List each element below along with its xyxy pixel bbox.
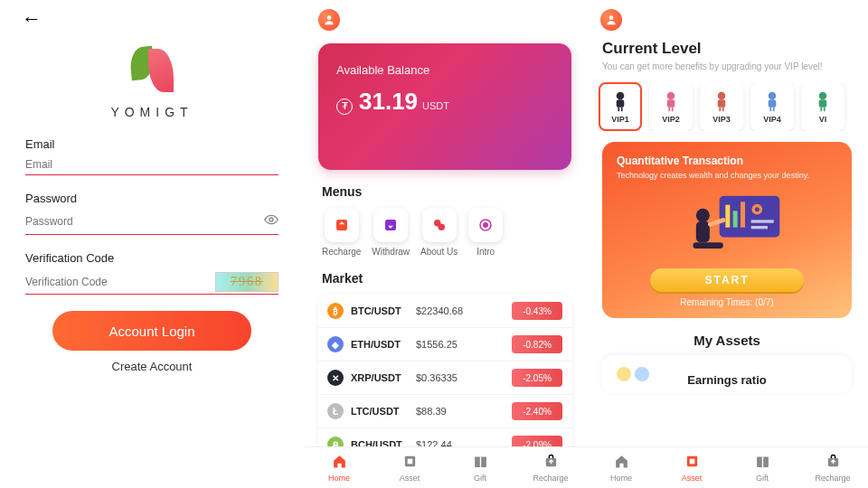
market-row-btc[interactable]: ₿BTC/USDT$22340.68-0.43%	[318, 295, 571, 328]
nav-label: Asset	[682, 474, 703, 483]
current-level-subtitle: You can get more benefits by upgrading y…	[602, 61, 852, 71]
menu-about-us[interactable]: About Us	[420, 208, 458, 257]
nav-label: Asset	[400, 474, 420, 483]
menu-label: Intro	[476, 247, 495, 257]
nav-home[interactable]: Home	[586, 447, 656, 488]
my-assets-heading: My Assets	[586, 333, 868, 348]
profile-avatar-icon[interactable]	[600, 9, 622, 31]
market-price: $1556.25	[416, 339, 512, 350]
nav-recharge[interactable]: Recharge	[797, 447, 868, 488]
svg-point-5	[438, 224, 445, 231]
svg-rect-48	[689, 458, 694, 464]
vip-card-4[interactable]: VIP4	[750, 82, 794, 131]
create-account-link[interactable]: Create Account	[25, 360, 278, 373]
vip-card-1[interactable]: VIP1	[599, 82, 642, 131]
home-icon	[332, 454, 347, 473]
market-row-xrp[interactable]: ✕XRP/USDT$0.36335-2.05%	[318, 361, 571, 395]
market-pair: ETH/USDT	[351, 339, 416, 350]
vip-label: VI	[819, 115, 827, 124]
password-input[interactable]	[25, 215, 264, 228]
nav-label: Recharge	[533, 474, 568, 483]
market-heading: Market	[322, 271, 568, 286]
coin-icon: Ł	[327, 403, 344, 419]
svg-point-40	[755, 207, 760, 211]
market-row-ltc[interactable]: ŁLTC/USDT$88.39-2.40%	[318, 395, 571, 428]
market-row-eth[interactable]: ◆ETH/USDT$1556.25-0.82%	[318, 328, 571, 361]
nav-asset[interactable]: Asset	[374, 447, 445, 488]
start-button[interactable]: START	[650, 268, 804, 292]
svg-rect-36	[725, 205, 730, 228]
balance-card: Available Balance ₮ 31.19 USDT	[318, 43, 571, 170]
eye-icon[interactable]	[264, 212, 278, 230]
profile-avatar-icon[interactable]	[318, 9, 340, 31]
vip-card-2[interactable]: VIP2	[649, 82, 693, 131]
back-arrow-icon[interactable]: ←	[22, 7, 304, 31]
code-input[interactable]	[25, 276, 215, 288]
svg-rect-32	[819, 99, 827, 108]
market-price: $88.39	[416, 406, 512, 417]
svg-rect-9	[407, 458, 412, 464]
gift-icon	[473, 454, 488, 473]
login-button[interactable]: Account Login	[52, 311, 251, 351]
svg-rect-38	[741, 202, 745, 227]
menu-withdraw[interactable]: Withdraw	[372, 208, 410, 257]
robot-icon	[610, 90, 630, 112]
nav-label: Gift	[474, 474, 486, 483]
vip-label: VIP2	[662, 115, 680, 124]
quant-transaction-card: Quantitative Transaction Technology crea…	[602, 142, 852, 318]
robot-icon	[813, 90, 833, 112]
screen-home: Available Balance ₮ 31.19 USDT Menus Rec…	[304, 0, 586, 488]
nav-gift[interactable]: Gift	[727, 447, 797, 488]
vip-card-3[interactable]: VIP3	[700, 82, 743, 131]
svg-point-7	[484, 223, 488, 228]
email-label: Email	[25, 137, 278, 151]
svg-rect-3	[385, 220, 396, 230]
menu-label: About Us	[420, 247, 458, 257]
nav-asset[interactable]: Asset	[656, 447, 727, 488]
market-change: -0.43%	[512, 302, 562, 320]
code-label: Verification Code	[25, 251, 278, 265]
svg-rect-42	[751, 226, 768, 229]
balance-label: Available Balance	[336, 63, 553, 77]
about-us-icon	[422, 208, 457, 242]
tether-icon: ₮	[336, 99, 353, 115]
recharge-icon	[325, 208, 359, 242]
nav-label: Gift	[756, 474, 769, 483]
brand-name: YOMIGT	[110, 105, 193, 119]
nav-home[interactable]: Home	[304, 447, 374, 488]
email-input[interactable]	[25, 158, 278, 171]
svg-rect-51	[761, 456, 762, 466]
nav-recharge[interactable]: Recharge	[515, 447, 586, 488]
intro-icon	[468, 208, 503, 242]
market-change: -0.82%	[512, 335, 562, 353]
menu-intro[interactable]: Intro	[468, 208, 503, 257]
balance-amount: 31.19	[359, 88, 418, 116]
captcha-image[interactable]: 7968	[215, 272, 278, 292]
earnings-ratio-card[interactable]: Earnings ratio	[602, 355, 852, 393]
quant-illustration-icon	[617, 187, 837, 265]
asset-icon	[684, 454, 700, 473]
nav-gift[interactable]: Gift	[445, 447, 515, 488]
balance-unit: USDT	[422, 100, 449, 111]
svg-point-0	[269, 218, 273, 221]
menu-recharge[interactable]: Recharge	[322, 208, 361, 257]
svg-rect-37	[733, 211, 738, 227]
nav-label: Home	[610, 474, 632, 483]
recharge-icon	[826, 454, 841, 473]
svg-point-43	[696, 209, 710, 222]
menu-label: Withdraw	[372, 247, 410, 257]
svg-rect-18	[621, 107, 623, 110]
svg-rect-33	[820, 107, 822, 110]
svg-rect-12	[479, 456, 480, 466]
svg-point-15	[617, 91, 625, 99]
svg-rect-28	[769, 99, 777, 108]
svg-rect-26	[722, 107, 724, 110]
market-pair: BTC/USDT	[351, 305, 416, 316]
svg-rect-21	[668, 107, 670, 110]
svg-point-31	[819, 91, 827, 99]
svg-rect-34	[824, 107, 826, 110]
market-price: $22340.68	[416, 305, 512, 316]
coin-icon: ◆	[327, 336, 344, 352]
market-pair: XRP/USDT	[351, 372, 416, 383]
vip-card-5[interactable]: VI	[801, 82, 844, 131]
